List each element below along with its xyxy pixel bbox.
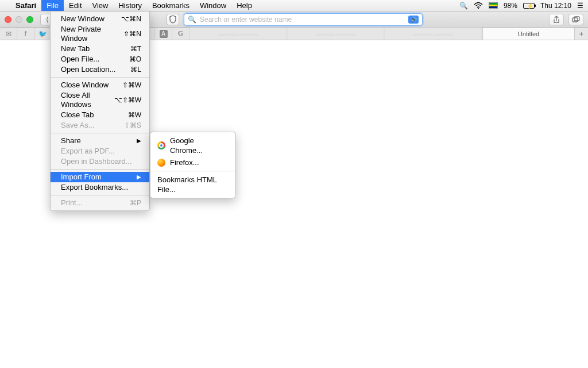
pinned-tab[interactable]: ✉ bbox=[0, 28, 17, 40]
background-tab[interactable]: ——— ——— bbox=[287, 28, 385, 40]
menu-item: Export as PDF... bbox=[51, 146, 149, 156]
chrome-icon bbox=[157, 141, 165, 150]
file-menu: New Window⌥⌘NNew Private Window⇧⌘NNew Ta… bbox=[50, 12, 150, 211]
submenu-arrow-icon: ▶ bbox=[137, 136, 141, 145]
submenu-arrow-icon: ▶ bbox=[137, 172, 141, 182]
submenu-item-html-file[interactable]: Bookmarks HTML File... bbox=[150, 174, 235, 195]
menu-item[interactable]: Import From▶ bbox=[51, 172, 149, 182]
menu-shortcut: ⌘O bbox=[129, 55, 141, 64]
menu-item-label: Close Window bbox=[61, 80, 109, 90]
address-bar[interactable]: 🔍 Search or enter website name 🔊 bbox=[184, 13, 423, 26]
svg-point-0 bbox=[478, 7, 479, 9]
spotlight-icon[interactable]: 🔍 bbox=[459, 2, 468, 10]
menu-item-label: Open in Dashboard... bbox=[61, 157, 132, 166]
share-button[interactable] bbox=[549, 14, 564, 25]
minimize-window-button[interactable] bbox=[16, 16, 22, 23]
menu-item-label: Open File... bbox=[61, 55, 99, 64]
menu-shortcut: ⇧⌘W bbox=[122, 80, 141, 90]
pinned-tab[interactable]: f bbox=[17, 28, 34, 40]
show-tabs-button[interactable] bbox=[568, 14, 583, 25]
menu-window[interactable]: Window bbox=[195, 0, 231, 11]
menubar: Safari File Edit View History Bookmarks … bbox=[0, 0, 588, 12]
address-placeholder: Search or enter website name bbox=[200, 16, 405, 24]
menu-item-label: Save As... bbox=[61, 121, 95, 130]
menu-shortcut: ⌘L bbox=[130, 65, 141, 74]
menu-item: Open in Dashboard... bbox=[51, 156, 149, 167]
menu-item-label: Export as PDF... bbox=[61, 147, 115, 156]
menu-item-label: Export Bookmarks... bbox=[61, 183, 128, 192]
menu-item: Save As...⇧⌘S bbox=[51, 120, 149, 131]
menu-item-label: Close Tab bbox=[61, 110, 94, 120]
menu-separator bbox=[51, 195, 149, 195]
background-tab[interactable]: ——— ——— bbox=[385, 28, 482, 40]
menu-item[interactable]: Open Location...⌘L bbox=[51, 64, 149, 75]
menu-item-label: New Tab bbox=[61, 44, 90, 53]
menu-item[interactable]: Close All Windows⌥⇧⌘W bbox=[51, 90, 149, 110]
menu-item-label: Import From bbox=[61, 172, 102, 182]
menu-separator bbox=[51, 169, 149, 170]
menu-item[interactable]: New Tab⌘T bbox=[51, 44, 149, 54]
menu-shortcut: ⇧⌘S bbox=[124, 121, 141, 130]
status-tray: 🔍 98% ⚡ Thu 12:10 ☰ bbox=[459, 2, 583, 10]
search-icon: 🔍 bbox=[188, 16, 196, 24]
menu-separator bbox=[51, 133, 149, 133]
menu-item-label: New Private Window bbox=[61, 25, 123, 43]
zoom-window-button[interactable] bbox=[26, 16, 33, 23]
submenu-label: Firefox... bbox=[170, 158, 199, 167]
reader-audio-icon[interactable]: 🔊 bbox=[408, 16, 419, 24]
menu-shortcut: ⇧⌘N bbox=[123, 29, 141, 39]
submenu-label: Bookmarks HTML File... bbox=[157, 175, 229, 194]
import-from-submenu: Google Chrome... Firefox... Bookmarks HT… bbox=[150, 132, 236, 198]
svg-rect-1 bbox=[572, 18, 578, 22]
menu-shortcut: ⌘W bbox=[128, 110, 141, 120]
submenu-label: Google Chrome... bbox=[170, 136, 229, 155]
menu-edit[interactable]: Edit bbox=[64, 0, 87, 11]
menu-item[interactable]: Share▶ bbox=[51, 136, 149, 146]
privacy-report-button[interactable] bbox=[167, 14, 179, 25]
new-tab-button[interactable]: ＋ bbox=[574, 28, 588, 40]
menu-item: Print...⌘P bbox=[51, 198, 149, 208]
svg-rect-2 bbox=[574, 17, 579, 21]
menu-separator bbox=[150, 171, 235, 171]
menu-item[interactable]: New Window⌥⌘N bbox=[51, 14, 149, 24]
menu-file[interactable]: File bbox=[41, 0, 64, 11]
menu-item-label: Print... bbox=[61, 198, 83, 208]
menu-item[interactable]: Close Window⇧⌘W bbox=[51, 80, 149, 90]
menu-shortcut: ⌘T bbox=[130, 44, 141, 53]
menu-item-label: New Window bbox=[61, 14, 105, 24]
app-menu[interactable]: Safari bbox=[10, 0, 41, 11]
active-tab[interactable]: Untitled bbox=[482, 28, 574, 40]
battery-icon[interactable]: ⚡ bbox=[523, 3, 535, 9]
pinned-tab[interactable]: G bbox=[172, 28, 189, 40]
menu-item-label: Share bbox=[61, 136, 81, 145]
battery-percent: 98% bbox=[504, 2, 517, 10]
menu-shortcut: ⌥⇧⌘W bbox=[114, 95, 141, 105]
menu-item[interactable]: Close Tab⌘W bbox=[51, 110, 149, 120]
pinned-tab[interactable]: 🐦 bbox=[34, 28, 52, 40]
pinned-tab[interactable]: A bbox=[155, 28, 172, 40]
menu-shortcut: ⌥⌘N bbox=[121, 14, 141, 24]
menu-item[interactable]: Export Bookmarks... bbox=[51, 182, 149, 193]
submenu-item-chrome[interactable]: Google Chrome... bbox=[150, 135, 235, 156]
background-tab[interactable]: ——— ——— bbox=[189, 28, 287, 40]
menu-view[interactable]: View bbox=[87, 0, 114, 11]
menu-history[interactable]: History bbox=[113, 0, 146, 11]
firefox-icon bbox=[157, 159, 165, 167]
wifi-icon[interactable] bbox=[474, 2, 483, 9]
menu-item-label: Close All Windows bbox=[61, 91, 114, 109]
menu-item[interactable]: New Private Window⇧⌘N bbox=[51, 24, 149, 44]
menu-bookmarks[interactable]: Bookmarks bbox=[147, 0, 195, 11]
menu-item[interactable]: Open File...⌘O bbox=[51, 54, 149, 64]
input-flag-icon[interactable] bbox=[489, 2, 498, 9]
menu-shortcut: ⌘P bbox=[130, 198, 141, 208]
menu-item-label: Open Location... bbox=[61, 65, 115, 74]
window-controls bbox=[5, 16, 33, 23]
clock[interactable]: Thu 12:10 bbox=[540, 2, 571, 10]
notification-center-icon[interactable]: ☰ bbox=[577, 2, 583, 10]
submenu-item-firefox[interactable]: Firefox... bbox=[150, 156, 235, 168]
menu-help[interactable]: Help bbox=[231, 0, 257, 11]
close-window-button[interactable] bbox=[5, 16, 11, 23]
menu-separator bbox=[51, 77, 149, 78]
